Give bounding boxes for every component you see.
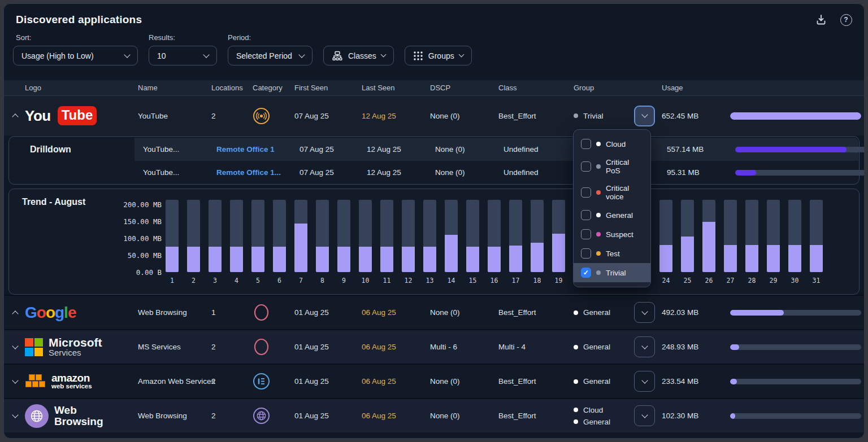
- group-dot: [574, 113, 578, 118]
- chart-y-tick: 200.00 MB: [123, 200, 162, 209]
- group-menu-item-critical-voice[interactable]: Critical voice: [574, 180, 650, 205]
- chart-bar: 10: [359, 200, 372, 285]
- group-menu-item-cloud[interactable]: Cloud: [574, 134, 650, 154]
- chart-bar: 18: [531, 200, 544, 285]
- first-seen: 01 Aug 25: [294, 377, 362, 386]
- group-dropdown-trigger[interactable]: [634, 336, 655, 357]
- dscp-value: None (0): [435, 145, 504, 154]
- chart-bar: 27: [724, 200, 737, 285]
- group-color-dot: [596, 164, 601, 169]
- checkbox-unchecked[interactable]: [581, 248, 591, 259]
- sort-select[interactable]: Usage (High to Low): [13, 46, 138, 65]
- download-icon[interactable]: [814, 13, 828, 27]
- expand-row-icon[interactable]: [12, 343, 18, 349]
- chevron-down-icon: [641, 412, 648, 418]
- location-link[interactable]: Remote Office 1: [216, 145, 300, 154]
- chart-x-tick: 1: [170, 277, 174, 285]
- chart-y-tick: 0.00 B: [136, 268, 162, 277]
- chart-bar: 16: [488, 200, 501, 285]
- chart-x-tick: 30: [791, 277, 799, 285]
- groups-filter-button[interactable]: Groups: [405, 46, 472, 65]
- group-menu-item-critical-pos[interactable]: Critical PoS: [574, 154, 650, 180]
- first-seen: 07 Aug 25: [294, 112, 362, 120]
- chevron-down-icon: [124, 51, 130, 58]
- usage-bar: [735, 147, 865, 152]
- chart-x-tick: 26: [705, 277, 713, 285]
- drilldown-name: YouTube...: [143, 145, 216, 154]
- last-seen: 06 Aug 25: [362, 377, 430, 386]
- chart-bar: 14: [445, 200, 458, 285]
- category-ring-icon: [253, 304, 294, 321]
- group-menu-label: Suspect: [606, 230, 633, 239]
- checkbox-unchecked[interactable]: [581, 187, 591, 198]
- locations-count: 2: [211, 412, 253, 420]
- group-dot: [574, 310, 578, 315]
- collapse-row-icon[interactable]: [12, 113, 18, 120]
- usage-bar: [730, 379, 861, 384]
- chevron-down-icon: [641, 308, 648, 314]
- checkbox-unchecked[interactable]: [581, 139, 591, 149]
- group-menu-label: Critical PoS: [606, 158, 643, 175]
- group-menu-item-test[interactable]: Test: [574, 244, 650, 263]
- chevron-down-icon: [298, 51, 305, 58]
- group-value: General: [583, 343, 610, 351]
- expand-row-icon[interactable]: [12, 377, 18, 383]
- usage-value: 557.14 MB: [667, 145, 735, 154]
- group-color-dot: [596, 270, 601, 275]
- grid-dots-icon: [413, 51, 423, 61]
- location-link[interactable]: Remote Office 1...: [216, 168, 300, 177]
- checkbox-unchecked[interactable]: [581, 229, 591, 239]
- aws-logo: amazonweb services: [25, 373, 138, 390]
- hierarchy-icon: [332, 50, 343, 62]
- dscp-value: Multi - 6: [430, 343, 498, 351]
- chart-bar: 11: [380, 200, 393, 285]
- classes-filter-button[interactable]: Classes: [323, 46, 394, 65]
- group-menu-label: Trivial: [606, 269, 626, 277]
- collapse-row-icon[interactable]: [12, 310, 18, 317]
- chevron-down-icon: [641, 111, 648, 117]
- checkbox-checked[interactable]: ✓: [581, 268, 591, 278]
- expand-row-icon[interactable]: [12, 412, 18, 418]
- google-logo: Google: [25, 304, 138, 322]
- app-name: Web Browsing: [138, 412, 211, 420]
- web-browsing-logo: WebBrowsing: [25, 404, 138, 428]
- group-menu-item-suspect[interactable]: Suspect: [574, 225, 650, 244]
- chart-bar: 3: [209, 200, 222, 285]
- chart-x-tick: 28: [748, 277, 756, 285]
- chart-bars: 1234567891011121314151617181920212223242…: [166, 200, 823, 285]
- chart-x-tick: 13: [426, 277, 434, 285]
- chart-x-tick: 19: [555, 277, 563, 285]
- category-streaming-icon: [253, 107, 294, 125]
- chart-x-tick: 10: [362, 277, 370, 285]
- chart-x-tick: 31: [813, 277, 821, 285]
- checkbox-unchecked[interactable]: [581, 210, 591, 220]
- class-value: Undefined: [504, 168, 579, 177]
- table-row-youtube: YouTube YouTube 2 07 Aug 25 12 Aug 25 No…: [4, 96, 864, 135]
- group-dropdown-trigger[interactable]: [634, 405, 655, 426]
- group-color-dot: [596, 213, 601, 217]
- group-dropdown-menu: CloudCritical PoSCritical voiceGeneralSu…: [573, 129, 651, 287]
- usage-bar: [730, 112, 861, 120]
- chevron-down-icon: [380, 52, 386, 58]
- group-value: Cloud: [583, 406, 603, 414]
- group-menu-item-general[interactable]: General: [574, 205, 650, 225]
- help-icon[interactable]: ?: [839, 13, 853, 27]
- period-select[interactable]: Selected Period: [228, 46, 313, 65]
- results-select[interactable]: 10: [149, 46, 217, 65]
- dscp-value: None (0): [430, 112, 498, 120]
- group-dropdown-trigger[interactable]: [634, 371, 655, 392]
- group-menu-label: Cloud: [606, 140, 626, 148]
- drilldown-row: YouTube... Remote Office 1... 07 Aug 25 …: [9, 161, 859, 184]
- microsoft-logo: MicrosoftServices: [25, 336, 138, 357]
- last-seen: 06 Aug 25: [362, 308, 430, 317]
- chart-bar: 1: [166, 200, 179, 285]
- locations-count: 1: [211, 308, 253, 317]
- chart-bar: 29: [767, 200, 780, 285]
- group-menu-item-trivial[interactable]: ✓Trivial: [574, 263, 650, 282]
- group-value: General: [583, 377, 610, 386]
- group-dropdown-trigger[interactable]: [634, 302, 655, 323]
- table-row-amazon: amazonweb services Amazon Web Services 2…: [4, 364, 864, 398]
- checkbox-unchecked[interactable]: [581, 161, 591, 172]
- group-dropdown-trigger[interactable]: [634, 106, 655, 126]
- col-locations: Locations: [211, 84, 253, 92]
